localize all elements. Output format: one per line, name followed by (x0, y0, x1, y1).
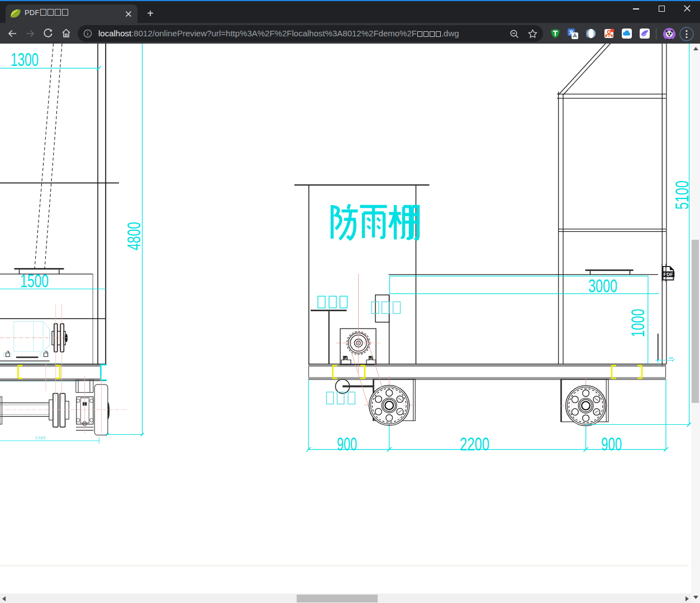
svg-text:3000: 3000 (588, 276, 617, 296)
svg-text:1385: 1385 (35, 435, 46, 440)
svg-text:900: 900 (337, 434, 357, 454)
svg-text:PDF: PDF (664, 272, 673, 277)
svg-text:2200: 2200 (460, 434, 489, 454)
svg-text:5100: 5100 (672, 181, 692, 210)
svg-text:4800: 4800 (123, 222, 144, 250)
svg-text:900: 900 (601, 434, 622, 454)
svg-text:1300: 1300 (11, 49, 39, 70)
svg-text:1500: 1500 (20, 270, 49, 291)
svg-text:1000: 1000 (627, 309, 648, 338)
